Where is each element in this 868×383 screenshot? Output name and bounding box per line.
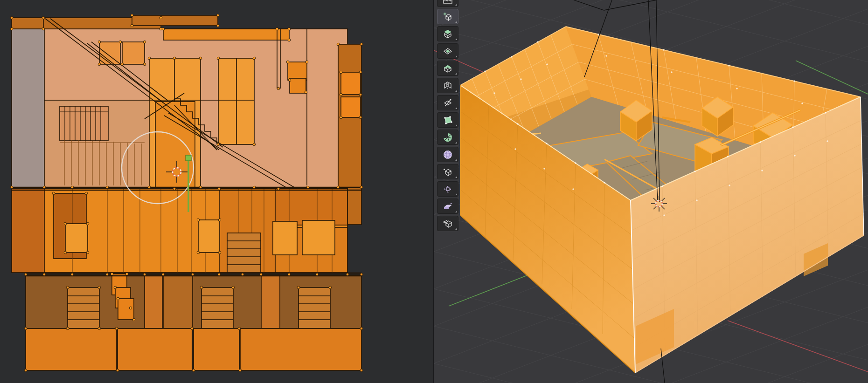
spin-tool-button[interactable] <box>437 130 458 145</box>
poly-build-tool-button[interactable] <box>437 112 458 128</box>
tool-shelf <box>437 0 458 231</box>
add-cube-tool-button[interactable] <box>437 9 458 24</box>
viewport-perspective[interactable] <box>434 0 868 383</box>
lower-floor <box>26 274 361 328</box>
middle-floor <box>12 189 347 273</box>
rip-region-tool-button[interactable] <box>437 216 458 231</box>
knife-tool-button[interactable] <box>437 95 458 110</box>
inset-faces-tool-button[interactable] <box>437 43 458 59</box>
extrude-region-icon <box>443 29 453 39</box>
footing-row <box>26 328 361 370</box>
shrink-fatten-tool-button[interactable] <box>437 181 458 197</box>
ortho-scene <box>0 0 433 383</box>
viewport-orthographic[interactable] <box>0 0 433 383</box>
extrude-region-tool-button[interactable] <box>437 26 458 41</box>
bevel-icon <box>443 63 453 74</box>
edge-slide-icon <box>443 167 453 177</box>
shrink-fatten-icon <box>443 184 453 194</box>
knife-icon <box>443 98 453 108</box>
building-mesh <box>12 15 361 370</box>
viewport-divider[interactable] <box>433 0 434 383</box>
measure-tool-button[interactable] <box>437 0 458 7</box>
shear-tool-button[interactable] <box>437 198 458 214</box>
perspective-scene <box>434 0 868 383</box>
shear-icon <box>443 201 453 212</box>
bevel-tool-button[interactable] <box>437 61 458 76</box>
rip-region-icon <box>443 219 453 229</box>
edge-slide-tool-button[interactable] <box>437 164 458 179</box>
smooth-tool-button[interactable] <box>437 147 458 162</box>
app-window <box>0 0 868 383</box>
add-cube-icon <box>443 12 453 22</box>
loop-cut-icon <box>443 81 453 91</box>
inset-faces-icon <box>443 46 453 56</box>
poly-build-icon <box>443 115 453 125</box>
loop-cut-tool-button[interactable] <box>437 78 458 93</box>
smooth-icon <box>443 150 453 160</box>
spin-icon <box>443 132 453 143</box>
measure-icon <box>443 0 453 5</box>
